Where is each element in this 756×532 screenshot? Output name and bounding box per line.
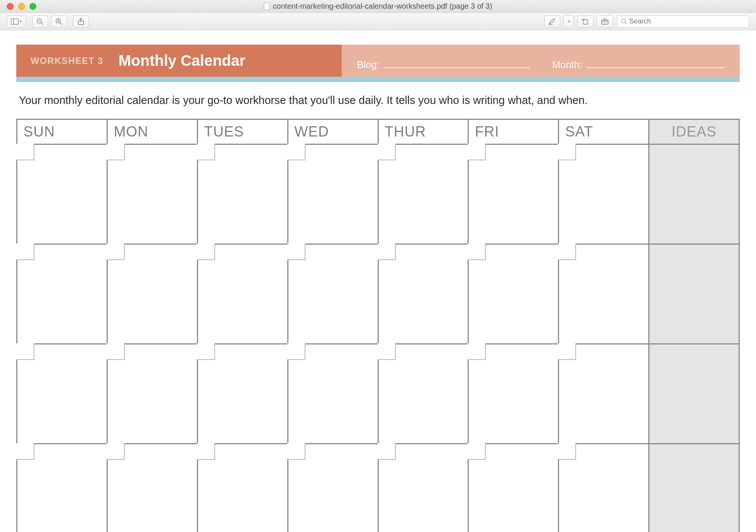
fullscreen-window-button[interactable] (29, 3, 36, 10)
sidebar-icon (11, 19, 19, 25)
calendar-cell (108, 344, 198, 443)
calendar-body (17, 145, 739, 532)
zoom-in-button[interactable] (51, 16, 67, 28)
date-number-box (468, 443, 486, 460)
calendar-cell (288, 444, 379, 532)
window-titlebar: content-marketing-editorial-calendar-wor… (0, 0, 756, 13)
date-number-box (16, 343, 34, 360)
date-number-box (558, 244, 576, 260)
blog-label: Blog: (357, 59, 379, 71)
date-number-box (16, 443, 34, 460)
calendar-cell (379, 444, 469, 532)
date-number-box (378, 144, 396, 160)
search-field[interactable] (617, 16, 749, 28)
highlight-dropdown-button[interactable]: ▾ (563, 16, 574, 28)
search-input[interactable] (629, 17, 745, 25)
accent-bar (16, 77, 740, 82)
svg-rect-0 (11, 19, 19, 24)
calendar-cell (469, 145, 559, 244)
blog-field: Blog: (357, 59, 529, 71)
toolbox-icon (601, 18, 609, 25)
banner-fields-section: Blog: Month: (342, 45, 740, 77)
close-window-button[interactable] (7, 3, 14, 10)
date-number-box (287, 144, 305, 160)
date-number-box (197, 244, 215, 260)
date-number-box (107, 443, 125, 460)
calendar-cell (198, 145, 288, 244)
date-number-box (468, 244, 486, 260)
calendar-header-row: SUN MON TUES WED THUR FRI SAT IDEAS (17, 120, 739, 145)
calendar-row (17, 145, 739, 245)
chevron-down-icon: ▾ (568, 19, 570, 24)
calendar-cell (17, 444, 108, 532)
calendar-cell (198, 444, 288, 532)
date-number-box (197, 343, 215, 360)
date-number-box (107, 343, 125, 360)
calendar-cell (198, 344, 288, 443)
svg-line-4 (41, 22, 43, 25)
calendar-cell (17, 245, 108, 343)
calendar-cell (379, 344, 469, 443)
ideas-header: IDEAS (649, 120, 739, 144)
calendar-cell (17, 145, 108, 244)
calendar-cell (469, 444, 559, 532)
pen-icon (548, 18, 556, 25)
svg-rect-14 (601, 20, 608, 24)
zoom-out-button[interactable] (32, 16, 48, 28)
date-number-box (287, 244, 305, 260)
calendar-cell (288, 344, 379, 443)
day-header-fri: FRI (469, 120, 559, 144)
calendar-cell (198, 245, 288, 343)
date-number-box (16, 244, 34, 260)
date-number-box (558, 343, 576, 360)
month-label: Month: (552, 59, 582, 71)
pdf-document-icon (264, 3, 270, 10)
date-number-box (287, 443, 305, 460)
date-number-box (287, 343, 305, 360)
svg-line-18 (625, 22, 627, 24)
rotate-button[interactable] (578, 16, 593, 28)
calendar-row (17, 444, 739, 532)
calendar-cell (379, 245, 469, 343)
day-header-mon: MON (108, 120, 198, 144)
document-title: Monthly Calendar (119, 52, 246, 69)
date-number-box (468, 144, 486, 160)
ideas-cell (649, 444, 739, 532)
toolbar: ▾ ▾ (0, 13, 756, 30)
share-icon (77, 18, 84, 25)
window-title-text: content-marketing-editorial-calendar-wor… (273, 2, 492, 11)
ideas-cell (649, 145, 739, 244)
svg-point-17 (622, 19, 626, 23)
calendar-cell (288, 145, 379, 244)
date-number-box (378, 443, 396, 460)
date-number-box (197, 443, 215, 460)
calendar-cell (108, 245, 198, 343)
date-number-box (378, 343, 396, 360)
traffic-lights (0, 3, 36, 10)
share-button[interactable] (73, 16, 89, 28)
month-underline (586, 67, 725, 68)
calendar-cell (559, 444, 649, 532)
markup-button[interactable] (596, 16, 613, 28)
calendar-row (17, 245, 739, 344)
calendar-cell (469, 245, 559, 343)
document-viewport[interactable]: WORKSHEET 3 Monthly Calendar Blog: Month… (0, 30, 756, 532)
pdf-page: WORKSHEET 3 Monthly Calendar Blog: Month… (0, 30, 756, 532)
highlight-button[interactable] (544, 16, 560, 28)
sidebar-toggle-button[interactable]: ▾ (7, 16, 26, 28)
minimize-window-button[interactable] (18, 3, 25, 10)
rotate-icon (582, 18, 589, 25)
day-header-tues: TUES (198, 120, 288, 144)
banner-title-section: WORKSHEET 3 Monthly Calendar (16, 45, 342, 77)
ideas-cell (649, 344, 739, 443)
day-header-sun: SUN (17, 120, 108, 144)
date-number-box (16, 144, 34, 160)
svg-line-8 (60, 22, 62, 25)
calendar-cell (108, 444, 198, 532)
intro-text: Your monthly editorial calendar is your … (19, 93, 737, 108)
date-number-box (107, 144, 125, 160)
ideas-cell (649, 245, 739, 343)
calendar-cell (559, 145, 649, 244)
date-number-box (468, 343, 486, 360)
date-number-box (107, 244, 125, 260)
